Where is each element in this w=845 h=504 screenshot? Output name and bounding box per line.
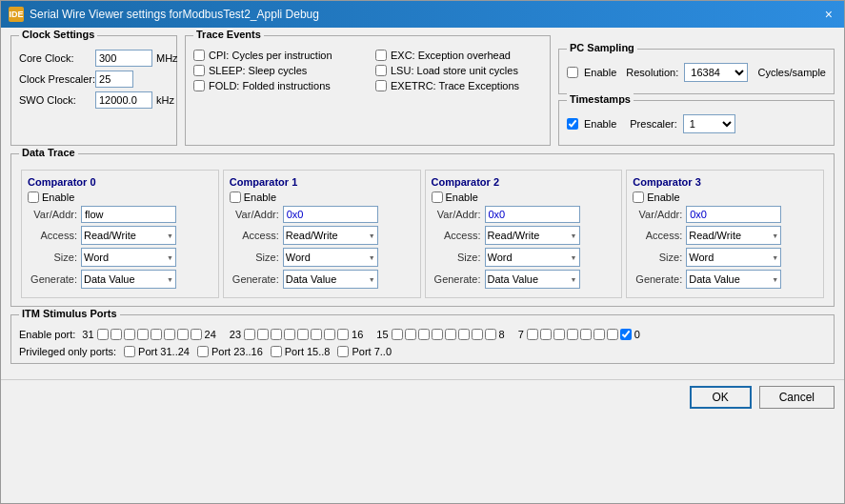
- comp-2-access-select[interactable]: Read/Write: [485, 226, 580, 245]
- priv-15-8: Port 15..8: [271, 346, 331, 357]
- priv-7-0-cb[interactable]: [337, 346, 349, 357]
- trace-exetrc-checkbox[interactable]: [375, 80, 387, 91]
- trace-exc-checkbox[interactable]: [375, 50, 387, 61]
- comp-3-var-input[interactable]: [686, 206, 781, 223]
- port-0-cb[interactable]: [620, 329, 632, 340]
- dialog-title: Serial Wire Viewer settings forModbusTes…: [30, 8, 319, 21]
- pc-sampling-enable-checkbox[interactable]: [567, 67, 578, 78]
- comp-0-access-select[interactable]: Read/Write: [81, 226, 176, 245]
- port-22-cb[interactable]: [257, 329, 269, 340]
- comp-3-access-select[interactable]: Read/Write: [686, 226, 781, 245]
- comp-3-size-select[interactable]: Word: [686, 248, 781, 267]
- port-1-cb[interactable]: [607, 329, 618, 340]
- trace-lsu-checkbox[interactable]: [375, 65, 387, 76]
- close-button[interactable]: ×: [821, 8, 836, 21]
- port-15-cb[interactable]: [392, 329, 403, 340]
- port-16-cb[interactable]: [337, 329, 349, 340]
- comp-1-size-wrapper: Word: [283, 248, 378, 267]
- comp-1-generate-select[interactable]: Data Value: [283, 270, 378, 289]
- comp-0-var-input[interactable]: [81, 206, 176, 223]
- port-30-cb[interactable]: [111, 329, 122, 340]
- port-10-cb[interactable]: [458, 329, 470, 340]
- resolution-select[interactable]: 16384: [684, 63, 748, 82]
- comp-2-var-input[interactable]: [485, 206, 580, 223]
- comp-1-access-select[interactable]: Read/Write: [283, 226, 378, 245]
- comp-2-size-select[interactable]: Word: [485, 248, 580, 267]
- cancel-button[interactable]: Cancel: [759, 386, 835, 409]
- ok-button[interactable]: OK: [690, 386, 752, 409]
- comp-0-size-select[interactable]: Word: [81, 248, 176, 267]
- comp-1-generate-wrapper: Data Value: [283, 270, 378, 289]
- trace-exetrc: EXETRC: Trace Exceptions: [375, 80, 542, 91]
- swo-clock-input[interactable]: [95, 91, 152, 109]
- port-16-label: 16: [352, 329, 363, 340]
- comparator-1-title: Comparator 1: [230, 176, 414, 188]
- port-26-cb[interactable]: [164, 329, 175, 340]
- comp-0-enable-row: Enable: [28, 192, 212, 203]
- core-clock-input[interactable]: [95, 50, 152, 67]
- clock-prescaler-input[interactable]: [95, 71, 133, 88]
- priv-15-8-cb[interactable]: [271, 346, 282, 357]
- port-2-cb[interactable]: [594, 329, 605, 340]
- priv-31-24-cb[interactable]: [124, 346, 135, 357]
- comp-3-var-label: Var/Addr:: [633, 209, 682, 220]
- comp-2-var-label: Var/Addr:: [432, 209, 481, 220]
- trace-cpi-checkbox[interactable]: [193, 50, 205, 61]
- comp-0-generate-select[interactable]: Data Value: [81, 270, 176, 289]
- trace-exc: EXC: Exception overhead: [375, 50, 542, 61]
- port-6-cb[interactable]: [540, 329, 552, 340]
- comp-3-generate-select[interactable]: Data Value: [686, 270, 781, 289]
- port-3-cb[interactable]: [580, 329, 592, 340]
- port-24-label: 24: [205, 329, 216, 340]
- data-trace-title: Data Trace: [19, 147, 78, 158]
- trace-sleep-checkbox[interactable]: [193, 65, 205, 76]
- port-23-label: 23: [230, 329, 241, 340]
- port-20-cb[interactable]: [284, 329, 295, 340]
- port-13-cb[interactable]: [418, 329, 430, 340]
- swo-clock-unit: kHz: [156, 94, 174, 106]
- port-24-cb[interactable]: [191, 329, 202, 340]
- port-8-cb[interactable]: [485, 329, 496, 340]
- comp-2-size-row: Size: Word: [432, 248, 616, 267]
- comp-1-generate-label: Generate:: [230, 273, 279, 285]
- prescaler-label: Prescaler:: [630, 118, 677, 130]
- comp-1-enable-checkbox[interactable]: [230, 192, 241, 203]
- comp-0-enable-checkbox[interactable]: [28, 192, 39, 203]
- port-25-cb[interactable]: [177, 329, 189, 340]
- port-17-cb[interactable]: [324, 329, 335, 340]
- privilege-row: Privileged only ports: Port 31..24 Port …: [19, 346, 826, 357]
- port-29-cb[interactable]: [124, 329, 135, 340]
- comp-1-size-select[interactable]: Word: [283, 248, 378, 267]
- comp-3-size-label: Size:: [633, 252, 682, 263]
- port-23-cb[interactable]: [244, 329, 255, 340]
- comp-3-enable-checkbox[interactable]: [633, 192, 644, 203]
- port-5-cb[interactable]: [553, 329, 565, 340]
- port-21-cb[interactable]: [271, 329, 282, 340]
- trace-fold-checkbox[interactable]: [193, 80, 205, 91]
- timestamps-enable-checkbox[interactable]: [567, 118, 578, 130]
- title-bar-left: IDE Serial Wire Viewer settings forModbu…: [9, 7, 319, 22]
- clock-settings-section: Clock Settings Core Clock: MHz Clock Pre…: [10, 35, 177, 146]
- port-7-cb[interactable]: [527, 329, 538, 340]
- port-28-cb[interactable]: [137, 329, 149, 340]
- port-31-cb[interactable]: [97, 329, 109, 340]
- port-4-cb[interactable]: [567, 329, 578, 340]
- comp-2-generate-row: Generate: Data Value: [432, 270, 616, 289]
- comp-0-size-row: Size: Word: [28, 248, 212, 267]
- port-27-cb[interactable]: [151, 329, 162, 340]
- comp-2-enable-checkbox[interactable]: [432, 192, 443, 203]
- prescaler-select[interactable]: 1: [683, 114, 735, 133]
- comp-2-enable-label: Enable: [446, 192, 478, 203]
- port-19-cb[interactable]: [297, 329, 309, 340]
- port-12-cb[interactable]: [432, 329, 443, 340]
- port-11-cb[interactable]: [445, 329, 456, 340]
- trace-exetrc-label: EXETRC: Trace Exceptions: [391, 80, 519, 91]
- port-18-cb[interactable]: [311, 329, 322, 340]
- port-9-cb[interactable]: [472, 329, 483, 340]
- port-14-cb[interactable]: [405, 329, 416, 340]
- comparator-3-title: Comparator 3: [633, 176, 817, 188]
- comp-1-var-input[interactable]: [283, 206, 378, 223]
- priv-23-16-cb[interactable]: [197, 346, 209, 357]
- comp-2-generate-select[interactable]: Data Value: [485, 270, 580, 289]
- comp-1-size-row: Size: Word: [230, 248, 414, 267]
